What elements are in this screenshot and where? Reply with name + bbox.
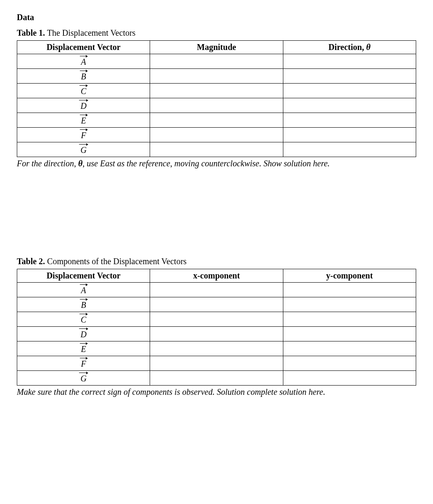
vector-arrow-icon: E bbox=[81, 342, 86, 355]
table1-caption-label: Table 1. bbox=[17, 28, 45, 37]
table-row: G bbox=[17, 142, 416, 157]
table2-cell-x bbox=[150, 327, 283, 341]
table-row: F bbox=[17, 356, 416, 371]
theta-symbol: θ bbox=[78, 159, 82, 168]
table2-cell-vector: G bbox=[17, 371, 150, 386]
vector-arrow-icon: F bbox=[81, 357, 86, 370]
vector-arrow-icon: G bbox=[80, 143, 86, 156]
section-heading: Data bbox=[17, 13, 416, 22]
table2-cell-x bbox=[150, 312, 283, 327]
table2-header-xcomponent: x-component bbox=[150, 269, 283, 283]
table2-cell-x bbox=[150, 297, 283, 312]
table1-caption-text: The Displacement Vectors bbox=[45, 28, 135, 37]
table2-cell-y bbox=[283, 371, 416, 386]
vector-arrow-icon: B bbox=[81, 298, 86, 311]
table1-cell-vector: E bbox=[17, 113, 150, 128]
table2-cell-y bbox=[283, 297, 416, 312]
table2-caption-label: Table 2. bbox=[17, 257, 45, 266]
table-row: B bbox=[17, 69, 416, 84]
table1-cell-direction bbox=[283, 54, 416, 69]
table1-cell-direction bbox=[283, 113, 416, 128]
table2-cell-vector: F bbox=[17, 356, 150, 371]
vector-arrow-icon: D bbox=[80, 99, 86, 112]
table1-cell-magnitude bbox=[150, 84, 283, 98]
direction-label-prefix: Direction, bbox=[328, 42, 366, 52]
table1-note-suffix: , use East as the reference, moving coun… bbox=[82, 159, 330, 168]
table2-caption: Table 2. Components of the Displacement … bbox=[17, 257, 416, 266]
table1-cell-direction bbox=[283, 84, 416, 98]
table2-cell-vector: A bbox=[17, 283, 150, 297]
vector-arrow-icon: A bbox=[81, 55, 86, 68]
table2-cell-vector: C bbox=[17, 312, 150, 327]
table1: Displacement Vector Magnitude Direction,… bbox=[17, 40, 416, 157]
table1-cell-vector: A bbox=[17, 54, 150, 69]
table1-cell-vector: C bbox=[17, 84, 150, 98]
table1-header-direction: Direction, θ bbox=[283, 41, 416, 54]
table1-note-prefix: For the direction, bbox=[17, 159, 78, 168]
table1-cell-magnitude bbox=[150, 113, 283, 128]
vector-arrow-icon: C bbox=[81, 84, 86, 97]
table2-header-ycomponent: y-component bbox=[283, 269, 416, 283]
table1-cell-magnitude bbox=[150, 142, 283, 157]
table2-cell-x bbox=[150, 283, 283, 297]
table1-cell-magnitude bbox=[150, 69, 283, 84]
table2-cell-x bbox=[150, 341, 283, 356]
table2-cell-y bbox=[283, 327, 416, 341]
table2-cell-y bbox=[283, 341, 416, 356]
vector-arrow-icon: C bbox=[81, 313, 86, 326]
table1-cell-direction bbox=[283, 142, 416, 157]
table1-cell-vector: G bbox=[17, 142, 150, 157]
table1-cell-magnitude bbox=[150, 128, 283, 142]
table1-cell-direction bbox=[283, 69, 416, 84]
table2-cell-y bbox=[283, 356, 416, 371]
table1-cell-vector: D bbox=[17, 98, 150, 113]
table1-caption: Table 1. The Displacement Vectors bbox=[17, 28, 416, 38]
table1-cell-vector: B bbox=[17, 69, 150, 84]
table-row: C bbox=[17, 84, 416, 98]
vector-arrow-icon: F bbox=[81, 129, 86, 141]
table1-header-row: Displacement Vector Magnitude Direction,… bbox=[17, 41, 416, 54]
table-row: E bbox=[17, 113, 416, 128]
table1-note: For the direction, θ, use East as the re… bbox=[17, 159, 416, 168]
solution-space-1 bbox=[17, 168, 416, 257]
table1-header-magnitude: Magnitude bbox=[150, 41, 283, 54]
table2-note: Make sure that the correct sign of compo… bbox=[17, 387, 416, 397]
table-row: A bbox=[17, 283, 416, 297]
theta-symbol: θ bbox=[366, 42, 370, 52]
table-row: D bbox=[17, 327, 416, 341]
table2: Displacement Vector x-component y-compon… bbox=[17, 269, 416, 386]
table-row: D bbox=[17, 98, 416, 113]
table1-header-displacement: Displacement Vector bbox=[17, 41, 150, 54]
table-row: E bbox=[17, 341, 416, 356]
vector-arrow-icon: G bbox=[80, 372, 86, 384]
table-row: F bbox=[17, 128, 416, 142]
table1-cell-direction bbox=[283, 98, 416, 113]
vector-arrow-icon: D bbox=[80, 328, 86, 340]
table-row: A bbox=[17, 54, 416, 69]
table2-cell-y bbox=[283, 312, 416, 327]
table1-cell-magnitude bbox=[150, 54, 283, 69]
table-row: G bbox=[17, 371, 416, 386]
table2-cell-x bbox=[150, 356, 283, 371]
table1-cell-vector: F bbox=[17, 128, 150, 142]
table2-cell-vector: E bbox=[17, 341, 150, 356]
table2-cell-vector: D bbox=[17, 327, 150, 341]
table1-cell-direction bbox=[283, 128, 416, 142]
table2-cell-x bbox=[150, 371, 283, 386]
table2-cell-y bbox=[283, 283, 416, 297]
vector-arrow-icon: E bbox=[81, 114, 86, 126]
table-row: C bbox=[17, 312, 416, 327]
vector-arrow-icon: A bbox=[81, 284, 86, 296]
table-row: B bbox=[17, 297, 416, 312]
table2-header-row: Displacement Vector x-component y-compon… bbox=[17, 269, 416, 283]
table2-caption-text: Components of the Displacement Vectors bbox=[45, 257, 187, 266]
table2-header-displacement: Displacement Vector bbox=[17, 269, 150, 283]
vector-arrow-icon: B bbox=[81, 70, 86, 82]
table1-cell-magnitude bbox=[150, 98, 283, 113]
table2-cell-vector: B bbox=[17, 297, 150, 312]
